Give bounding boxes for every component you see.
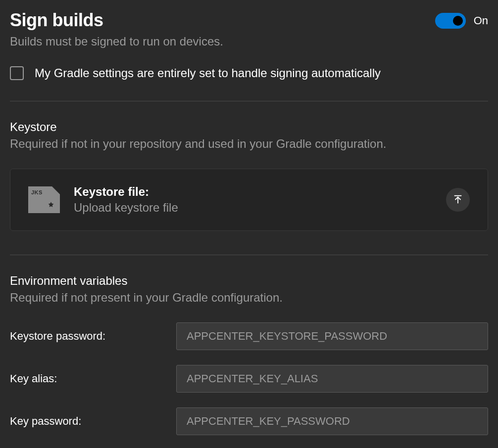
page-subtitle: Builds must be signed to run on devices. [10, 35, 488, 48]
divider [10, 101, 488, 101]
page-title: Sign builds [10, 10, 103, 31]
upload-info: Keystore file: Upload keystore file [74, 185, 432, 215]
sign-builds-toggle[interactable] [435, 13, 466, 29]
key-alias-input[interactable] [176, 365, 488, 393]
toggle-state-label: On [474, 14, 488, 27]
keystore-password-input[interactable] [176, 322, 488, 350]
keystore-file-label: Keystore file: [74, 185, 432, 199]
key-password-label: Key password: [10, 415, 176, 428]
key-password-input[interactable] [176, 407, 488, 435]
toggle-knob [453, 16, 463, 26]
upload-icon [452, 194, 463, 205]
certificate-badge-icon [47, 201, 55, 209]
keystore-section-title: Keystore [10, 120, 488, 134]
keystore-password-label: Keystore password: [10, 330, 176, 343]
upload-keystore-button[interactable] [446, 188, 470, 212]
file-type-label: JKS [31, 189, 43, 195]
env-vars-section-title: Environment variables [10, 274, 488, 288]
gradle-auto-sign-checkbox[interactable] [10, 66, 24, 80]
gradle-auto-sign-label: My Gradle settings are entirely set to h… [35, 66, 381, 80]
jks-file-icon: JKS [28, 186, 60, 213]
sign-builds-toggle-container: On [435, 13, 488, 29]
env-vars-section-description: Required if not present in your Gradle c… [10, 291, 488, 305]
keystore-upload-card: JKS Keystore file: Upload keystore file [10, 169, 488, 231]
key-alias-label: Key alias: [10, 372, 176, 385]
keystore-section-description: Required if not in your repository and u… [10, 137, 488, 151]
divider [10, 255, 488, 255]
keystore-file-status: Upload keystore file [74, 201, 432, 215]
